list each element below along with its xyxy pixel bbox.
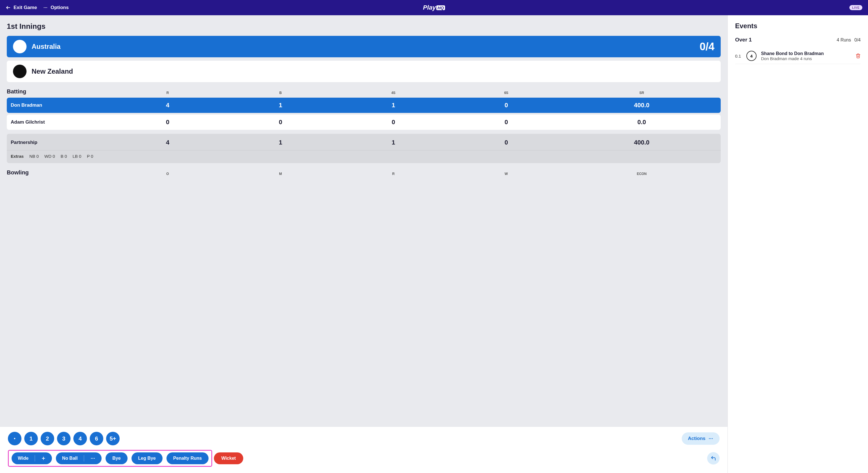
actions-button[interactable]: Actions [682,432,720,445]
penalty-button[interactable]: Penalty Runs [166,452,209,464]
wide-plus-button[interactable] [35,453,52,464]
noball-more-button[interactable] [84,452,101,464]
batting-team-name: Australia [32,42,61,51]
batting-team-score: 0/4 [700,41,714,53]
scoring-controls: · 1 2 3 4 6 5+ Actions Wide [0,427,727,473]
bowling-header: Bowling O M R W ECON [7,169,721,176]
svg-point-5 [711,438,711,439]
batting-header: Batting R B 4S 6S SR [7,88,721,95]
batsman-row[interactable]: Don Bradman 4 1 1 0 400.0 [7,98,721,113]
svg-point-9 [91,458,92,459]
noball-button-group: No Ball [56,452,101,464]
svg-point-11 [94,458,95,459]
legbye-button[interactable]: Leg Bye [131,452,162,464]
run-5plus-button[interactable]: 5+ [106,432,120,445]
extras-buttons-highlight: Wide No Ball Bye Leg Bye Penalty Runs [8,450,212,467]
main-panel: 1st Innings Australia 0/4 New Zealand Ba… [0,15,727,473]
wide-button-group: Wide [11,452,52,464]
wicket-button[interactable]: Wicket [214,452,243,464]
bye-button[interactable]: Bye [105,452,127,464]
options-label: Options [51,5,69,10]
team-color-dot [13,40,27,53]
logo: PlayHQ [423,4,445,11]
trash-icon [856,53,861,58]
batsman-row[interactable]: Adam Gilchrist 0 0 0 0 0.0 [7,115,721,130]
options-button[interactable]: Options [43,5,69,10]
wide-button[interactable]: Wide [11,452,35,464]
svg-point-4 [709,438,710,439]
dots-horizontal-icon [708,436,713,441]
undo-button[interactable] [707,452,720,465]
delete-event-button[interactable] [856,53,861,58]
batting-team-card[interactable]: Australia 0/4 [7,36,721,57]
svg-point-1 [44,7,44,8]
run-2-button[interactable]: 2 [41,432,54,445]
partnership-block: Partnership 4 1 1 0 400.0 Extras NB 0 WD… [7,134,721,163]
event-runs-badge: 4 [746,51,756,61]
plus-icon [41,456,46,461]
run-dot-button[interactable]: · [8,432,22,445]
noball-button[interactable]: No Ball [56,452,84,464]
exit-game-button[interactable]: Exit Game [6,5,37,10]
innings-title: 1st Innings [7,22,721,31]
bowling-team-name: New Zealand [32,67,73,75]
run-6-button[interactable]: 6 [90,432,103,445]
dots-horizontal-icon [43,5,48,10]
over-header: Over 1 4 Runs 0/4 [735,37,861,43]
svg-point-3 [46,7,47,8]
undo-icon [711,455,716,461]
event-row: 0.1 4 Shane Bond to Don Bradman Don Brad… [735,48,861,64]
dots-horizontal-icon [90,456,95,461]
run-1-button[interactable]: 1 [24,432,38,445]
topbar: Exit Game Options PlayHQ LIVE [0,0,868,15]
exit-game-label: Exit Game [13,5,37,10]
arrow-left-icon [6,5,11,10]
run-3-button[interactable]: 3 [57,432,70,445]
extras-row: Extras NB 0 WD 0 B 0 LB 0 P 0 [7,150,721,163]
run-4-button[interactable]: 4 [73,432,87,445]
live-badge: LIVE [849,5,862,10]
svg-point-2 [45,7,46,8]
partnership-row: Partnership 4 1 1 0 400.0 [7,134,721,150]
events-title: Events [735,22,861,30]
team-color-dot [13,65,27,78]
svg-point-6 [712,438,713,439]
bowling-team-card[interactable]: New Zealand [7,61,721,82]
events-sidebar: Events Over 1 4 Runs 0/4 0.1 4 Shane Bon… [727,15,868,473]
svg-point-10 [93,458,93,459]
